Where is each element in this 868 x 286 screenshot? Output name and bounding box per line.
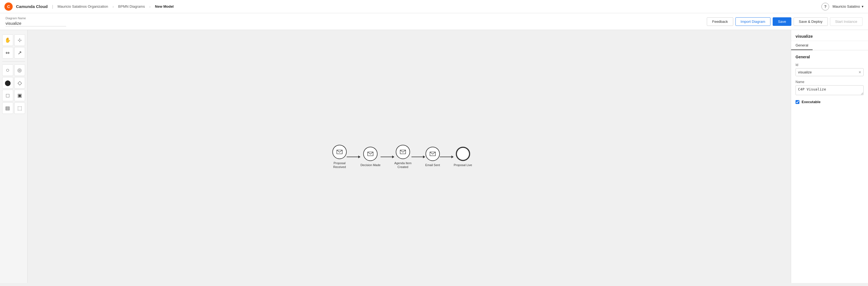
bpmn-flow: ProposalReceived Decision Made [332,145,472,169]
name-field: Name [796,80,864,96]
properties-section-title: General [796,55,864,59]
nav-right: ? Mauricio Salatino ▾ [822,3,864,10]
diagram-bar: Diagram Name Feedback Import Diagram Sav… [0,13,868,30]
arrow-line-4 [440,157,452,157]
app-logo[interactable]: C [4,2,13,11]
arrow-head-2 [392,156,394,158]
bpmn-label-5: Proposal Live [454,163,472,167]
properties-panel: visualize General General Id × Name Exec… [791,30,868,283]
id-label: Id [796,63,864,67]
feedback-button[interactable]: Feedback [707,17,733,26]
bpmn-node-email-sent[interactable]: Email Sent [425,147,440,167]
executable-label: Executable [802,100,820,104]
help-button[interactable]: ? [822,3,829,10]
bpmn-node-agenda-item-created[interactable]: Agenda ItemCreated [394,145,411,169]
app-name: Camunda Cloud [16,4,48,9]
space-tool[interactable]: ⇔ [2,47,13,59]
separator1: | [52,4,53,9]
user-menu[interactable]: Mauricio Salatino ▾ [833,4,864,8]
toolbar-buttons: Feedback Import Diagram Save Save & Depl… [707,17,863,26]
hand-tool[interactable]: ✋ [2,34,13,46]
bpmn-node-decision-made[interactable]: Decision Made [361,147,380,167]
tool-row-4: ⬤ ◇ [2,77,25,88]
bpmn-label-4: Email Sent [425,163,440,167]
import-diagram-button[interactable]: Import Diagram [736,17,771,26]
properties-title: visualize [791,30,868,41]
bpmn-label-1: ProposalReceived [333,161,346,169]
tool-row-1: ✋ ⊹ [2,34,25,46]
save-button[interactable]: Save [773,17,792,26]
executable-checkbox[interactable] [796,100,799,104]
breadcrumb-org[interactable]: Mauricio Salatinos Organization [58,4,108,8]
start-event-tool[interactable]: ○ [2,64,13,76]
arrow-line-3 [411,157,423,157]
group-tool[interactable]: ⬚ [14,102,25,114]
bpmn-event-2[interactable] [364,147,378,161]
breadcrumb-sep1: › [113,4,114,9]
bpmn-label-2: Decision Made [361,163,380,167]
top-nav: C Camunda Cloud | Mauricio Salatinos Org… [0,0,868,13]
bpmn-arrow-4 [440,156,454,158]
properties-tabs: General [791,41,868,50]
tab-general[interactable]: General [791,41,813,50]
bpmn-label-3: Agenda ItemCreated [394,161,411,169]
envelope-icon-3 [400,150,406,154]
id-field: Id × [796,63,864,76]
name-label: Name [796,80,864,84]
subprocess-tool[interactable]: ▣ [14,90,25,101]
arrow-head-3 [423,156,425,158]
name-textarea[interactable] [796,85,864,95]
bpmn-node-proposal-live[interactable]: Proposal Live [454,147,472,167]
breadcrumb-section[interactable]: BPMN Diagrams [118,4,145,8]
start-instance-button[interactable]: Start Instance [830,17,863,26]
nav-left: C Camunda Cloud | Mauricio Salatinos Org… [4,2,174,11]
bpmn-event-1[interactable] [332,145,347,159]
envelope-icon-4 [430,152,436,156]
breadcrumb-sep2: › [149,4,151,9]
bpmn-arrow-1 [347,156,361,158]
diagram-name-input[interactable] [5,21,66,26]
save-deploy-button[interactable]: Save & Deploy [794,17,828,26]
toolbox: ✋ ⊹ ⇔ ↗ ○ ◎ ⬤ ◇ □ ▣ ▤ ⬚ [0,30,28,283]
diagram-name-label: Diagram Name [5,16,66,20]
canvas[interactable]: ProposalReceived Decision Made [28,30,791,283]
main-content: ✋ ⊹ ⇔ ↗ ○ ◎ ⬤ ◇ □ ▣ ▤ ⬚ [0,30,868,283]
bpmn-event-3[interactable] [396,145,410,159]
properties-body: General Id × Name Executable [791,50,868,108]
diagram-name-section: Diagram Name [5,16,66,26]
frame-tool[interactable]: ▤ [2,102,13,114]
bpmn-arrow-2 [380,156,394,158]
bpmn-event-4[interactable] [426,147,440,161]
executable-row: Executable [796,100,864,104]
lasso-tool[interactable]: ↗ [14,47,25,59]
tool-row-5: □ ▣ [2,90,25,101]
arrow-line-1 [347,157,358,157]
bpmn-node-proposal-received[interactable]: ProposalReceived [332,145,347,169]
arrow-head-4 [452,156,454,158]
tool-row-2: ⇔ ↗ [2,47,25,59]
id-clear-button[interactable]: × [857,69,863,76]
envelope-icon-1 [337,150,342,154]
id-input-wrapper: × [796,68,864,76]
intermediate-event-tool[interactable]: ◎ [14,64,25,76]
gateway-tool[interactable]: ◇ [14,77,25,88]
bpmn-arrow-3 [411,156,425,158]
arrow-line-2 [380,157,392,157]
chevron-down-icon: ▾ [862,4,864,8]
id-input[interactable] [796,69,857,76]
breadcrumb-current: New Model [155,4,174,8]
tool-row-6: ▤ ⬚ [2,102,25,114]
envelope-icon-2 [368,152,374,156]
arrow-head-1 [358,156,361,158]
tool-row-3: ○ ◎ [2,64,25,76]
user-name: Mauricio Salatino [833,4,860,8]
bpmn-diagram: ProposalReceived Decision Made [332,145,472,169]
select-tool[interactable]: ⊹ [14,34,25,46]
end-event-tool[interactable]: ⬤ [2,77,13,88]
task-tool[interactable]: □ [2,90,13,101]
bpmn-end-event[interactable] [456,147,470,161]
